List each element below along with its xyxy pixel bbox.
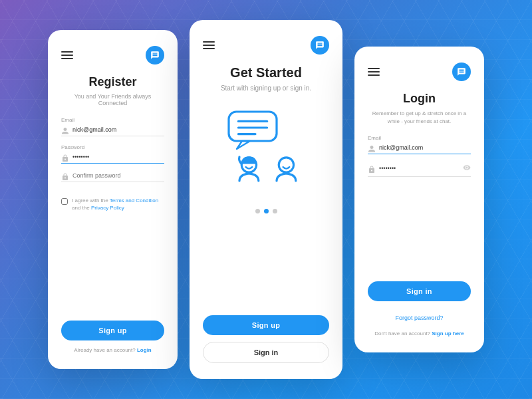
register-card: Register You and Your Friends always Con… (48, 30, 178, 369)
terms-link[interactable]: Terms and Condition (110, 198, 158, 203)
eye-icon[interactable] (463, 162, 471, 174)
email-input-row (61, 126, 164, 136)
getstarted-card: Get Started Start with signing up or sig… (190, 20, 342, 379)
login-lock-icon (368, 164, 376, 172)
password-input-row (61, 153, 164, 164)
login-email-field-group: Email (368, 135, 471, 154)
register-header (61, 46, 164, 65)
getstarted-header (203, 36, 329, 55)
login-chat-icon (457, 67, 466, 76)
svg-point-5 (279, 158, 293, 172)
confirm-password-input[interactable] (72, 172, 164, 179)
email-label: Email (61, 117, 164, 123)
illustration (203, 105, 329, 198)
chat-icon-button[interactable] (146, 46, 164, 65)
password-input[interactable] (72, 154, 164, 160)
getstarted-chat-icon-button[interactable] (311, 36, 329, 55)
dot-1[interactable] (255, 209, 260, 213)
lock-confirm-icon (61, 172, 69, 180)
login-subtitle: Remember to get up & stretch once in a w… (368, 110, 471, 126)
login-hamburger-icon[interactable] (368, 68, 380, 76)
login-email-label: Email (368, 135, 471, 141)
getstarted-subtitle: Start with signing up or sign in. (203, 84, 329, 92)
login-email-input-row (368, 144, 471, 154)
getstarted-signin-button[interactable]: Sign in (203, 342, 329, 363)
password-label: Password (61, 144, 164, 150)
terms-checkbox[interactable] (61, 198, 68, 205)
login-user-icon (368, 144, 376, 152)
register-signup-button[interactable]: Sign up (61, 321, 164, 340)
confirm-field-group (61, 172, 164, 182)
forgot-password-link[interactable]: Forgot password? (395, 315, 443, 321)
terms-label: I agree with the Terms and Condition and… (72, 197, 164, 211)
login-password-input-row (368, 162, 471, 177)
login-signin-button[interactable]: Sign in (368, 281, 471, 301)
getstarted-signup-button[interactable]: Sign up (203, 315, 329, 335)
register-title: Register (61, 75, 164, 89)
register-subtitle: You and Your Friends always Connected (61, 93, 164, 106)
dot-3[interactable] (273, 209, 277, 213)
getstarted-title: Get Started (203, 65, 329, 80)
email-input[interactable] (72, 126, 164, 133)
confirm-input-row (61, 172, 164, 182)
signup-here-link[interactable]: Sign up here (432, 331, 464, 336)
login-bottom-link: Don't have an account? Sign up here (368, 331, 471, 336)
login-email-input[interactable] (379, 144, 471, 151)
getstarted-hamburger-icon[interactable] (203, 41, 215, 49)
svg-rect-0 (229, 112, 277, 141)
user-icon (61, 126, 69, 134)
dot-2[interactable] (264, 209, 269, 213)
login-card: Login Remember to get up & stretch once … (354, 47, 484, 352)
lock-icon (61, 153, 69, 161)
login-password-input[interactable] (379, 165, 463, 172)
privacy-link[interactable]: Privacy Policy (91, 205, 124, 211)
login-password-field-group (368, 162, 471, 177)
login-title: Login (368, 92, 471, 106)
password-field-group: Password (61, 144, 164, 164)
email-field-group: Email (61, 117, 164, 136)
getstarted-chat-icon (315, 41, 325, 50)
dots-row (203, 209, 329, 213)
forgot-password-row: Forgot password? (368, 311, 471, 323)
login-link[interactable]: Login (137, 347, 152, 353)
chat-icon (150, 51, 160, 60)
login-header (368, 63, 471, 81)
hamburger-icon[interactable] (61, 51, 73, 59)
login-chat-icon-button[interactable] (452, 63, 471, 81)
register-bottom-link: Already have an account? Login (61, 347, 164, 353)
terms-row: I agree with the Terms and Condition and… (61, 197, 164, 211)
